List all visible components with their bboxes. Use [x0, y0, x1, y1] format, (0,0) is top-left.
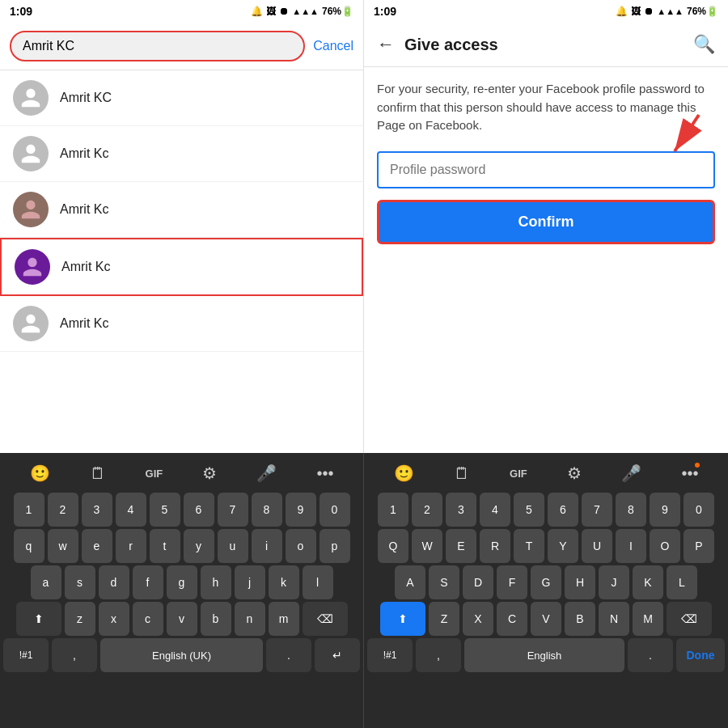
key-8-left[interactable]: 8 [252, 493, 282, 527]
key-L-right[interactable]: L [667, 565, 697, 599]
key-0-left[interactable]: 0 [320, 493, 350, 527]
key-m-left[interactable]: m [269, 602, 299, 636]
backspace-left[interactable]: ⌫ [303, 602, 348, 636]
key-J-right[interactable]: J [599, 565, 629, 599]
key-P-right[interactable]: P [684, 529, 714, 563]
key-K-right[interactable]: K [633, 565, 663, 599]
comma-right[interactable]: , [416, 638, 461, 672]
key-b-left[interactable]: b [201, 602, 231, 636]
settings-icon-left[interactable]: ⚙ [199, 460, 220, 486]
spacebar-left[interactable]: English (UK) [100, 638, 263, 672]
key-e-left[interactable]: e [82, 529, 112, 563]
user-item-3[interactable]: Amrit Kc [0, 182, 363, 238]
key-a-left[interactable]: a [31, 565, 61, 599]
key-6-left[interactable]: 6 [184, 493, 214, 527]
shift-left[interactable]: ⬆ [16, 602, 61, 636]
emoji-icon-right[interactable]: 🙂 [391, 460, 417, 486]
key-7-right[interactable]: 7 [582, 493, 612, 527]
key-h-left[interactable]: h [201, 565, 231, 599]
sticker-icon-left[interactable]: 🗒 [87, 461, 109, 486]
done-button[interactable]: Done [676, 638, 725, 672]
key-G-right[interactable]: G [531, 565, 561, 599]
user-item-4[interactable]: Amrit Kc [0, 238, 363, 296]
period-right[interactable]: . [628, 638, 673, 672]
key-4-left[interactable]: 4 [116, 493, 146, 527]
key-Y-right[interactable]: Y [548, 529, 578, 563]
key-F-right[interactable]: F [497, 565, 527, 599]
key-Z-right[interactable]: Z [429, 602, 459, 636]
sticker-icon-right[interactable]: 🗒 [451, 461, 473, 486]
key-7-left[interactable]: 7 [218, 493, 248, 527]
cancel-button[interactable]: Cancel [313, 39, 353, 53]
key-S-right[interactable]: S [429, 565, 459, 599]
spacebar-right[interactable]: English [464, 638, 624, 672]
key-4-right[interactable]: 4 [480, 493, 510, 527]
key-5-right[interactable]: 5 [514, 493, 544, 527]
key-n-left[interactable]: n [235, 602, 265, 636]
key-c-left[interactable]: c [133, 602, 163, 636]
key-v-left[interactable]: v [167, 602, 197, 636]
key-y-left[interactable]: y [184, 529, 214, 563]
key-u-left[interactable]: u [218, 529, 248, 563]
key-D-right[interactable]: D [463, 565, 493, 599]
user-item-2[interactable]: Amrit Kc [0, 126, 363, 182]
key-l-left[interactable]: l [303, 565, 333, 599]
key-3-left[interactable]: 3 [82, 493, 112, 527]
key-U-right[interactable]: U [582, 529, 612, 563]
key-0-right[interactable]: 0 [684, 493, 714, 527]
key-j-left[interactable]: j [235, 565, 265, 599]
key-q-left[interactable]: q [14, 529, 44, 563]
key-d-left[interactable]: d [99, 565, 129, 599]
period-left[interactable]: . [266, 638, 311, 672]
key-9-right[interactable]: 9 [650, 493, 680, 527]
search-input-wrapper[interactable] [10, 31, 305, 61]
key-8-right[interactable]: 8 [616, 493, 646, 527]
user-item-5[interactable]: Amrit Kc [0, 296, 363, 352]
key-E-right[interactable]: E [446, 529, 476, 563]
key-t-left[interactable]: t [150, 529, 180, 563]
key-p-left[interactable]: p [320, 529, 350, 563]
key-5-left[interactable]: 5 [150, 493, 180, 527]
key-N-right[interactable]: N [599, 602, 629, 636]
key-k-left[interactable]: k [269, 565, 299, 599]
mic-icon-left[interactable]: 🎤 [253, 460, 280, 486]
key-f-left[interactable]: f [133, 565, 163, 599]
search-icon-right[interactable]: 🔍 [693, 34, 715, 55]
emoji-icon-left[interactable]: 🙂 [27, 460, 53, 486]
key-W-right[interactable]: W [412, 529, 442, 563]
key-6-right[interactable]: 6 [548, 493, 578, 527]
key-s-left[interactable]: s [65, 565, 95, 599]
comma-left[interactable]: , [52, 638, 97, 672]
settings-icon-right[interactable]: ⚙ [564, 460, 585, 486]
key-Q-right[interactable]: Q [378, 529, 408, 563]
key-A-right[interactable]: A [395, 565, 425, 599]
symbols-left[interactable]: !#1 [3, 638, 49, 672]
key-C-right[interactable]: C [497, 602, 527, 636]
key-X-right[interactable]: X [463, 602, 493, 636]
gif-icon-left[interactable]: GIF [142, 464, 167, 483]
key-T-right[interactable]: T [514, 529, 544, 563]
key-I-right[interactable]: I [616, 529, 646, 563]
shift-right[interactable]: ⬆ [380, 602, 425, 636]
key-O-right[interactable]: O [650, 529, 680, 563]
key-3-right[interactable]: 3 [446, 493, 476, 527]
key-R-right[interactable]: R [480, 529, 510, 563]
back-button[interactable]: ← [377, 34, 395, 55]
enter-left[interactable]: ↵ [315, 638, 360, 672]
key-9-left[interactable]: 9 [286, 493, 316, 527]
key-w-left[interactable]: w [48, 529, 78, 563]
confirm-button[interactable]: Confirm [377, 200, 715, 244]
user-item-1[interactable]: Amrit KC [0, 70, 363, 126]
search-input[interactable] [23, 39, 292, 53]
key-2-right[interactable]: 2 [412, 493, 442, 527]
more-icon-left[interactable]: ••• [313, 461, 336, 486]
symbols-right[interactable]: !#1 [367, 638, 413, 672]
key-z-left[interactable]: z [65, 602, 95, 636]
gif-icon-right[interactable]: GIF [506, 464, 531, 483]
key-x-left[interactable]: x [99, 602, 129, 636]
key-V-right[interactable]: V [531, 602, 561, 636]
key-g-left[interactable]: g [167, 565, 197, 599]
key-2-left[interactable]: 2 [48, 493, 78, 527]
key-M-right[interactable]: M [633, 602, 663, 636]
mic-icon-right[interactable]: 🎤 [618, 460, 645, 486]
